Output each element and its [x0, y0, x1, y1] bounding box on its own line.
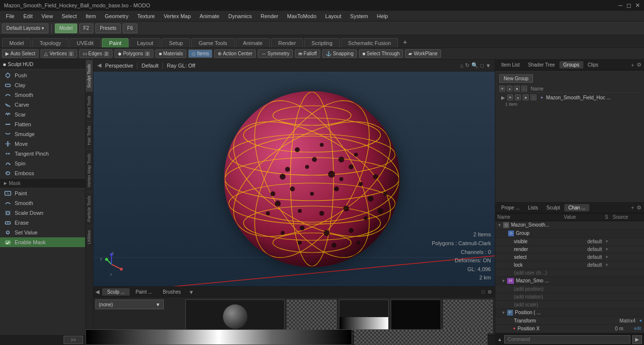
vis-icon-1[interactable]: 👁 — [499, 86, 505, 92]
workplane-button[interactable]: ▰ WorkPlane — [405, 49, 441, 58]
tab-uvedit[interactable]: UVEdit — [69, 38, 101, 47]
vp-search-button[interactable]: 🔍 — [471, 62, 478, 69]
new-group-button[interactable]: New Group — [499, 74, 533, 83]
tool-set-value[interactable]: v Set Value — [0, 228, 85, 237]
add-tab-button[interactable]: + — [399, 37, 411, 47]
ch-add-position[interactable]: (add position) — [495, 285, 644, 293]
vp-home-button[interactable]: ⌂ — [460, 63, 464, 69]
right-tab-clips[interactable]: Clips — [584, 61, 602, 69]
bottom-tab-paint[interactable]: Paint ... — [131, 288, 157, 296]
tab-setup[interactable]: Setup — [161, 38, 190, 47]
preset-dropdown[interactable]: (none) ▼ — [95, 299, 164, 309]
ch-select[interactable]: select default ▼ — [495, 253, 644, 261]
tool-emboss[interactable]: Emboss — [0, 168, 85, 178]
f6-button[interactable]: F6 — [123, 23, 137, 33]
vis-icon-3[interactable]: ■ — [514, 86, 520, 92]
minimize-button[interactable]: ─ — [618, 2, 622, 9]
right-top-settings-button[interactable]: ⚙ — [636, 62, 642, 68]
ch-root-arrow[interactable]: ▼ — [497, 223, 502, 228]
menu-maxtomodo[interactable]: MaxToModo — [283, 12, 320, 20]
ch-position-x[interactable]: ● Position X 0 m edit — [495, 325, 644, 333]
tab-scripting[interactable]: Scripting — [304, 38, 340, 47]
ch-mazon-header[interactable]: ▼ M Mazon_Smo ... — [495, 277, 644, 285]
tab-game-tools[interactable]: Game Tools — [191, 38, 235, 47]
maximize-button[interactable]: ◻ — [626, 2, 631, 9]
tool-erase[interactable]: Erase — [0, 218, 85, 228]
tool-paint-mask[interactable]: Paint — [0, 188, 85, 198]
expand-bottom-left[interactable]: ◀ — [95, 289, 99, 295]
right-tab-sculpt[interactable]: Sculpt — [542, 204, 564, 211]
edges-button[interactable]: ▭ Edges 2 — [79, 49, 112, 58]
ch-position-arrow[interactable]: ▼ — [501, 310, 506, 315]
tool-smooth-mask[interactable]: Smooth — [0, 198, 85, 208]
ch-group-header[interactable]: ▼ G Group — [495, 230, 644, 238]
ch-select-dropdown[interactable]: ▼ — [605, 255, 610, 259]
right-bottom-expand-button[interactable]: + — [631, 205, 635, 210]
auto-select-button[interactable]: ▶ Auto Select — [2, 49, 39, 58]
ch-transform[interactable]: Transform Matrix4 ● — [495, 317, 644, 325]
default-layouts-button[interactable]: Default Layouts ▾ — [2, 23, 48, 33]
action-center-button[interactable]: ⊕ Action Center — [214, 49, 256, 58]
right-tab-shader-tree[interactable]: Shader Tree — [524, 61, 559, 69]
menu-system[interactable]: System — [346, 12, 372, 20]
command-submit-button[interactable]: ▶ — [632, 335, 642, 344]
ch-position-header[interactable]: ▼ P Position ( ... — [495, 309, 644, 317]
vp-maximize-button[interactable]: □ — [480, 63, 484, 69]
polygons-button[interactable]: ◆ Polygons 3 — [114, 49, 154, 58]
tool-tangent-pinch[interactable]: Tangent Pinch — [0, 149, 85, 159]
materials-button[interactable]: ■ Materials — [155, 49, 186, 58]
menu-geometry[interactable]: Geometry — [101, 12, 132, 20]
tab-animate[interactable]: Animate — [236, 38, 270, 47]
ch-render[interactable]: render default ▼ — [495, 246, 644, 253]
group-sel-icon[interactable]: ■ — [523, 94, 529, 100]
group-vis-icon[interactable]: 👁 — [507, 94, 513, 100]
ch-lock[interactable]: lock default ▼ — [495, 261, 644, 269]
tab-render[interactable]: Render — [271, 38, 303, 47]
menu-vertex-map[interactable]: Vertex Map — [160, 12, 195, 20]
right-tab-prope[interactable]: Prope ... — [497, 204, 524, 211]
side-tab-utilities[interactable]: Utilities — [86, 226, 93, 248]
expand-command-icon[interactable]: ▲ — [497, 337, 502, 342]
tool-smudge[interactable]: Smudge — [0, 129, 85, 139]
bottom-tab-brushes[interactable]: Brushes — [158, 288, 186, 296]
side-tab-vertex-map[interactable]: Vertex Map Tools — [86, 149, 93, 191]
ch-add-scale[interactable]: (add scale) — [495, 301, 644, 309]
snapping-button[interactable]: ⚓ Snapping — [322, 49, 357, 58]
menu-select[interactable]: Select — [58, 12, 81, 20]
ch-transform-link-icon[interactable]: ● — [640, 318, 642, 323]
tool-scale-down[interactable]: Scale Down — [0, 208, 85, 218]
tool-carve[interactable]: Carve — [0, 100, 85, 110]
menu-edit[interactable]: Edit — [20, 12, 37, 20]
falloff-button[interactable]: ⛂ Falloff — [295, 49, 320, 58]
ch-root[interactable]: ▼ ◇ Mazon_Smooth... — [495, 221, 644, 230]
side-tab-hair[interactable]: Hair Tools — [86, 121, 93, 149]
expand-bottom-panel-button[interactable]: □ — [481, 289, 486, 295]
ch-visible[interactable]: visible default ▼ — [495, 238, 644, 246]
group-expand-btn[interactable]: + — [538, 95, 543, 100]
tab-model[interactable]: Model — [2, 38, 31, 47]
menu-render[interactable]: Render — [257, 12, 282, 20]
ch-position-x-edit[interactable]: edit — [633, 326, 642, 331]
close-button[interactable]: ✕ — [635, 2, 640, 9]
right-tab-chan[interactable]: Chan ... — [564, 204, 589, 211]
tool-move[interactable]: Move — [0, 139, 85, 149]
right-top-expand-button[interactable]: + — [631, 62, 635, 68]
menu-item[interactable]: Item — [82, 12, 100, 20]
group-render-icon[interactable]: ● — [515, 94, 521, 100]
vertices-button[interactable]: △ Vertices 1 — [41, 49, 77, 58]
tool-scar[interactable]: Scar — [0, 110, 85, 119]
menu-texture[interactable]: Texture — [133, 12, 159, 20]
tab-paint[interactable]: Paint — [102, 38, 129, 47]
symmetry-button[interactable]: ↔ Symmetry — [258, 49, 293, 58]
vis-icon-2[interactable]: ● — [507, 86, 512, 92]
tool-smooth[interactable]: Smooth — [0, 90, 85, 100]
menu-layout[interactable]: Layout — [321, 12, 345, 20]
settings-bottom-panel-button[interactable]: ⚙ — [487, 289, 493, 295]
ch-group-arrow[interactable]: ▼ — [501, 231, 507, 236]
menu-help[interactable]: Help — [373, 12, 392, 20]
ch-add-rotation[interactable]: (add rotation) — [495, 293, 644, 301]
vis-icon-4[interactable]: □ — [521, 86, 527, 92]
model-button[interactable]: Model — [55, 23, 77, 33]
ch-render-dropdown[interactable]: ▼ — [605, 247, 610, 252]
presets-button[interactable]: Presets — [95, 23, 121, 33]
